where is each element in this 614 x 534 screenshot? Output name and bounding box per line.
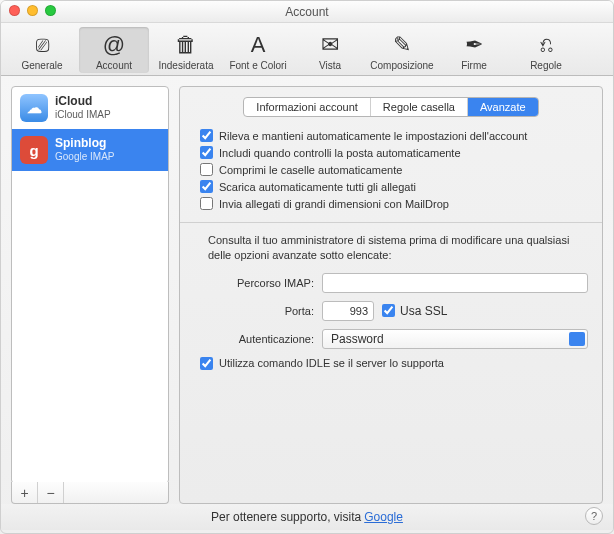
help-button[interactable]: ? bbox=[585, 507, 603, 525]
accounts-list: ☁iCloudiCloud IMAPgSpinblogGoogle IMAP bbox=[11, 86, 169, 484]
support-prefix: Per ottenere supporto, visita bbox=[211, 510, 361, 524]
idle-row: Utilizza comando IDLE se il server lo su… bbox=[200, 357, 588, 370]
option-label: Rileva e mantieni automaticamente le imp… bbox=[219, 130, 527, 142]
account-item[interactable]: ☁iCloudiCloud IMAP bbox=[12, 87, 168, 129]
sidebar-footer: + − bbox=[11, 482, 169, 504]
toolbar-fonts[interactable]: AFont e Colori bbox=[223, 27, 293, 73]
toolbar-label: Regole bbox=[530, 60, 562, 71]
add-account-button[interactable]: + bbox=[12, 482, 38, 503]
toolbar-label: Vista bbox=[319, 60, 341, 71]
imap-path-input[interactable] bbox=[322, 273, 588, 293]
idle-checkbox[interactable] bbox=[200, 357, 213, 370]
account-icon: @ bbox=[98, 31, 130, 59]
support-link[interactable]: Google bbox=[364, 510, 403, 524]
toolbar-compose[interactable]: ✎Composizione bbox=[367, 27, 437, 73]
account-name: iCloud bbox=[55, 95, 111, 109]
auth-select[interactable]: Password bbox=[322, 329, 588, 349]
toolbar-account[interactable]: @Account bbox=[79, 27, 149, 73]
port-label: Porta: bbox=[194, 305, 322, 317]
option-label: Scarica automaticamente tutti gli allega… bbox=[219, 181, 416, 193]
option-row: Scarica automaticamente tutti gli allega… bbox=[200, 180, 588, 193]
toolbar-viewing[interactable]: ✉Vista bbox=[295, 27, 365, 73]
zoom-icon[interactable] bbox=[45, 5, 56, 16]
use-ssl-label: Usa SSL bbox=[400, 304, 447, 318]
account-settings-pane: Informazioni accountRegole casellaAvanza… bbox=[179, 86, 603, 504]
toolbar-label: Font e Colori bbox=[229, 60, 286, 71]
account-subtitle: Google IMAP bbox=[55, 151, 114, 163]
toolbar-rules[interactable]: ⎌Regole bbox=[511, 27, 581, 73]
fonts-icon: A bbox=[242, 31, 274, 59]
main-area: ☁iCloudiCloud IMAPgSpinblogGoogle IMAP +… bbox=[1, 76, 613, 504]
account-item[interactable]: gSpinblogGoogle IMAP bbox=[12, 129, 168, 171]
option-row: Rileva e mantieni automaticamente le imp… bbox=[200, 129, 588, 142]
admin-warning-text: Consulta il tuo amministratore di sistem… bbox=[208, 233, 588, 263]
option-row: Includi quando controlli la posta automa… bbox=[200, 146, 588, 159]
toolbar-label: Generale bbox=[21, 60, 62, 71]
port-input[interactable] bbox=[322, 301, 374, 321]
auth-label: Autenticazione: bbox=[194, 333, 322, 345]
toolbar-label: Account bbox=[96, 60, 132, 71]
toolbar-label: Firme bbox=[461, 60, 487, 71]
tab-informazioni-account[interactable]: Informazioni account bbox=[244, 98, 371, 116]
auth-row: Autenticazione: Password bbox=[194, 329, 588, 349]
google-icon: g bbox=[20, 136, 48, 164]
chevron-up-down-icon bbox=[572, 331, 582, 347]
close-icon[interactable] bbox=[9, 5, 20, 16]
settings-tabs: Informazioni accountRegole casellaAvanza… bbox=[194, 97, 588, 117]
option-label: Comprimi le caselle automaticamente bbox=[219, 164, 402, 176]
tab-avanzate[interactable]: Avanzate bbox=[468, 98, 538, 116]
option-row: Comprimi le caselle automaticamente bbox=[200, 163, 588, 176]
option-label: Includi quando controlli la posta automa… bbox=[219, 147, 461, 159]
general-icon: ⎚ bbox=[26, 31, 58, 59]
option-label: Invia allegati di grandi dimensioni con … bbox=[219, 198, 449, 210]
option-checkbox[interactable] bbox=[200, 197, 213, 210]
sign-icon: ✒ bbox=[458, 31, 490, 59]
window-title: Account bbox=[285, 5, 328, 19]
use-ssl-checkbox[interactable] bbox=[382, 304, 395, 317]
traffic-lights bbox=[9, 5, 56, 16]
minimize-icon[interactable] bbox=[27, 5, 38, 16]
support-footer: Per ottenere supporto, visita Google ? bbox=[1, 504, 613, 530]
account-name: Spinblog bbox=[55, 137, 114, 151]
toolbar-sign[interactable]: ✒Firme bbox=[439, 27, 509, 73]
tab-regole-casella[interactable]: Regole casella bbox=[371, 98, 468, 116]
junk-icon: 🗑 bbox=[170, 31, 202, 59]
imap-path-label: Percorso IMAP: bbox=[194, 277, 322, 289]
option-checkbox[interactable] bbox=[200, 146, 213, 159]
option-checkbox[interactable] bbox=[200, 163, 213, 176]
toolbar-label: Indesiderata bbox=[158, 60, 213, 71]
rules-icon: ⎌ bbox=[530, 31, 562, 59]
window-titlebar: Account bbox=[1, 1, 613, 23]
auth-select-value: Password bbox=[331, 332, 384, 346]
account-subtitle: iCloud IMAP bbox=[55, 109, 111, 121]
compose-icon: ✎ bbox=[386, 31, 418, 59]
option-checkbox[interactable] bbox=[200, 129, 213, 142]
toolbar-general[interactable]: ⎚Generale bbox=[7, 27, 77, 73]
port-row: Porta: Usa SSL bbox=[194, 301, 588, 321]
option-checkbox[interactable] bbox=[200, 180, 213, 193]
toolbar-label: Composizione bbox=[370, 60, 433, 71]
toolbar-junk[interactable]: 🗑Indesiderata bbox=[151, 27, 221, 73]
divider bbox=[180, 222, 602, 223]
icloud-icon: ☁ bbox=[20, 94, 48, 122]
accounts-sidebar: ☁iCloudiCloud IMAPgSpinblogGoogle IMAP +… bbox=[11, 86, 169, 504]
imap-path-row: Percorso IMAP: bbox=[194, 273, 588, 293]
advanced-options-group: Rileva e mantieni automaticamente le imp… bbox=[200, 129, 588, 210]
option-row: Invia allegati di grandi dimensioni con … bbox=[200, 197, 588, 210]
idle-label: Utilizza comando IDLE se il server lo su… bbox=[219, 357, 444, 369]
preferences-toolbar: ⎚Generale@Account🗑IndesiderataAFont e Co… bbox=[1, 23, 613, 76]
viewing-icon: ✉ bbox=[314, 31, 346, 59]
remove-account-button[interactable]: − bbox=[38, 482, 64, 503]
